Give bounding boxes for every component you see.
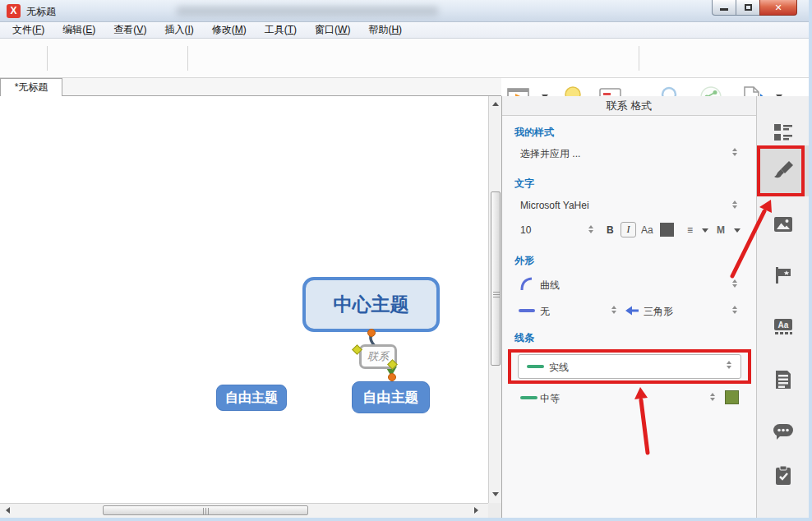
bold-button[interactable]: B — [607, 224, 614, 236]
minimize-icon — [720, 8, 728, 11]
central-topic-node[interactable]: 中心主题 — [302, 277, 440, 332]
line-color-swatch[interactable] — [725, 390, 739, 404]
align-caret-icon[interactable] — [702, 228, 708, 233]
spinner-icon[interactable] — [710, 393, 715, 401]
sidebar-item-image[interactable] — [757, 201, 810, 247]
floating-topic-right[interactable]: 自由主题 — [352, 381, 430, 413]
line-style-field[interactable]: 实线 — [518, 354, 741, 379]
thumb-grip-icon — [203, 508, 210, 514]
scroll-left-button[interactable] — [2, 504, 13, 517]
arrow-type-value[interactable]: 三角形 — [644, 305, 673, 319]
weight-line-icon — [520, 396, 537, 399]
sidebar-item-notes[interactable] — [757, 357, 810, 403]
toolbar-separator — [639, 46, 639, 71]
scroll-down-icon — [492, 492, 499, 496]
font-color-swatch[interactable] — [660, 223, 674, 237]
flag-icon — [773, 265, 793, 285]
svg-text:Aa: Aa — [778, 320, 789, 330]
sidebar-item-label[interactable]: Aa — [757, 303, 810, 349]
relationship-endpoint-icon[interactable] — [367, 329, 376, 337]
arrow-left-icon — [625, 306, 639, 316]
comment-icon — [773, 422, 794, 442]
font-style-row: 10 B I Aa ≡ M — [502, 223, 756, 239]
vertical-scroll-thumb[interactable] — [491, 191, 501, 366]
sidebar-item-marker[interactable] — [757, 252, 810, 298]
app-window: X 无标题 ✕ 文件(F) 编辑(E) 查看(V) 插入(I) 修改(M) 工具… — [0, 0, 812, 521]
text-section-label: 文字 — [514, 177, 534, 191]
scrollbar-corner — [488, 503, 501, 518]
line-weight-value[interactable]: 中等 — [540, 392, 560, 406]
shape-section-label: 外形 — [514, 254, 534, 268]
italic-button[interactable]: I — [621, 222, 636, 237]
line-weight-row[interactable]: 中等 — [502, 390, 756, 407]
scroll-down-button[interactable] — [489, 488, 502, 500]
floating-topic-left[interactable]: 自由主题 — [216, 385, 287, 411]
horizontal-scrollbar[interactable] — [0, 503, 488, 518]
spinner-icon[interactable] — [611, 306, 616, 314]
scroll-left-icon — [6, 507, 10, 514]
curve-icon — [519, 277, 535, 292]
maximize-button[interactable] — [736, 0, 760, 16]
spinner-icon[interactable] — [732, 279, 737, 288]
label-aa-icon: Aa — [773, 316, 793, 336]
arrow-ends-row[interactable]: 无 三角形 — [502, 303, 756, 320]
style-picker-value[interactable]: 选择并应用 ... — [520, 147, 580, 161]
format-brush-icon — [773, 160, 794, 182]
line-section-label: 线条 — [514, 331, 534, 345]
scroll-right-button[interactable] — [470, 504, 482, 517]
vertical-scrollbar[interactable] — [488, 96, 501, 503]
spinner-icon[interactable] — [727, 361, 731, 369]
font-family-row[interactable]: Microsoft YaHei — [502, 198, 756, 214]
spinner-icon[interactable] — [588, 225, 593, 233]
maximize-icon — [745, 4, 752, 11]
relationship-endpoint-icon[interactable] — [388, 373, 396, 381]
right-sidebar: Aa — [756, 96, 809, 518]
metric-caret-icon[interactable] — [734, 228, 740, 233]
style-picker-row[interactable]: 选择并应用 ... — [502, 145, 756, 162]
scroll-up-button[interactable] — [489, 98, 502, 109]
minimize-button[interactable] — [712, 0, 736, 16]
panel-title: 联系 格式 — [502, 96, 756, 116]
task-clipboard-icon — [773, 465, 793, 486]
sidebar-item-task[interactable] — [757, 453, 810, 499]
close-button[interactable]: ✕ — [759, 0, 797, 16]
line-start-icon — [519, 309, 535, 312]
line-shape-value[interactable]: 曲线 — [540, 279, 560, 293]
format-panel: 联系 格式 我的样式 选择并应用 ... 文字 Microsoft YaHei … — [501, 96, 756, 518]
spinner-icon[interactable] — [732, 306, 737, 314]
spinner-icon[interactable] — [732, 148, 737, 156]
line-start-value[interactable]: 无 — [540, 305, 550, 319]
case-button[interactable]: Aa — [641, 224, 653, 236]
outline-icon — [773, 122, 793, 142]
line-shape-row[interactable]: 曲线 — [502, 277, 756, 293]
image-icon — [773, 214, 793, 234]
close-icon: ✕ — [774, 2, 782, 13]
solid-line-icon — [527, 365, 544, 368]
my-styles-label: 我的样式 — [514, 126, 554, 140]
horizontal-scroll-thumb[interactable] — [103, 505, 308, 515]
thumb-grip-icon — [493, 291, 500, 297]
align-icon[interactable]: ≡ — [687, 224, 693, 236]
font-size-value[interactable]: 10 — [520, 224, 531, 236]
spinner-icon[interactable] — [732, 201, 737, 209]
sidebar-item-comment[interactable] — [757, 409, 810, 455]
metric-button[interactable]: M — [717, 224, 725, 236]
font-family-value[interactable]: Microsoft YaHei — [520, 200, 589, 211]
scroll-right-icon — [474, 507, 478, 514]
sidebar-item-format[interactable] — [757, 145, 810, 196]
relationship-line — [0, 0, 488, 503]
scroll-up-icon — [492, 102, 499, 106]
notes-icon — [773, 370, 793, 390]
line-style-value[interactable]: 实线 — [549, 361, 569, 375]
